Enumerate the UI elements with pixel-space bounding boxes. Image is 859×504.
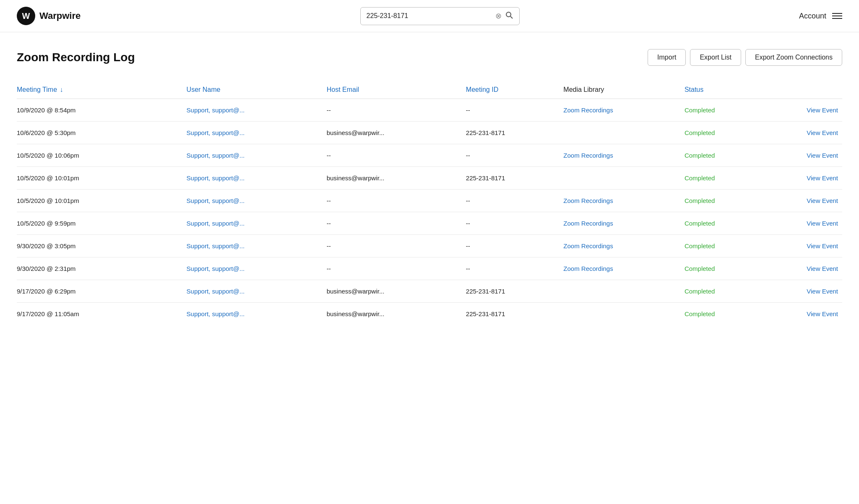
cell-meeting-time: 9/30/2020 @ 3:05pm bbox=[17, 235, 187, 257]
status-sort-link[interactable]: Status bbox=[685, 86, 703, 93]
cell-meeting-id: -- bbox=[466, 144, 563, 167]
cell-view-event: View Event bbox=[762, 167, 842, 190]
user-name-link[interactable]: Support, support@... bbox=[187, 220, 245, 227]
cell-meeting-time: 10/5/2020 @ 10:01pm bbox=[17, 167, 187, 190]
view-event-link[interactable]: View Event bbox=[807, 152, 838, 159]
page-title: Zoom Recording Log bbox=[17, 51, 135, 64]
view-event-link[interactable]: View Event bbox=[807, 107, 838, 114]
cell-host-email: -- bbox=[327, 190, 466, 212]
search-input[interactable] bbox=[367, 12, 492, 20]
cell-meeting-id: -- bbox=[466, 190, 563, 212]
media-library-link[interactable]: Zoom Recordings bbox=[563, 152, 613, 159]
cell-view-event: View Event bbox=[762, 190, 842, 212]
header-right: Account bbox=[799, 12, 842, 21]
col-status: Status bbox=[685, 81, 763, 99]
cell-media-library bbox=[563, 122, 685, 144]
cell-user-name: Support, support@... bbox=[187, 99, 327, 122]
logo-name: Warpwire bbox=[39, 10, 81, 21]
table-row: 10/9/2020 @ 8:54pmSupport, support@...--… bbox=[17, 99, 842, 122]
cell-user-name: Support, support@... bbox=[187, 167, 327, 190]
user-name-link[interactable]: Support, support@... bbox=[187, 174, 245, 182]
cell-media-library: Zoom Recordings bbox=[563, 235, 685, 257]
view-event-link[interactable]: View Event bbox=[807, 310, 838, 317]
action-buttons: Import Export List Export Zoom Connectio… bbox=[648, 49, 842, 66]
cell-user-name: Support, support@... bbox=[187, 280, 327, 303]
logo-area: W Warpwire bbox=[17, 7, 81, 25]
user-name-link[interactable]: Support, support@... bbox=[187, 197, 245, 204]
cell-status: Completed bbox=[685, 212, 763, 235]
cell-user-name: Support, support@... bbox=[187, 144, 327, 167]
view-event-link[interactable]: View Event bbox=[807, 197, 838, 204]
cell-status: Completed bbox=[685, 235, 763, 257]
media-library-link[interactable]: Zoom Recordings bbox=[563, 242, 613, 249]
user-name-link[interactable]: Support, support@... bbox=[187, 265, 245, 272]
page-header: Zoom Recording Log Import Export List Ex… bbox=[17, 49, 842, 66]
view-event-link[interactable]: View Event bbox=[807, 288, 838, 295]
table-row: 10/5/2020 @ 10:06pmSupport, support@...-… bbox=[17, 144, 842, 167]
table-header: Meeting Time ↓ User Name Host Email Meet… bbox=[17, 81, 842, 99]
user-name-link[interactable]: Support, support@... bbox=[187, 107, 245, 114]
cell-media-library: Zoom Recordings bbox=[563, 190, 685, 212]
view-event-link[interactable]: View Event bbox=[807, 174, 838, 182]
cell-media-library bbox=[563, 280, 685, 303]
cell-status: Completed bbox=[685, 144, 763, 167]
table-body: 10/9/2020 @ 8:54pmSupport, support@...--… bbox=[17, 99, 842, 325]
cell-view-event: View Event bbox=[762, 99, 842, 122]
meeting-id-sort-link[interactable]: Meeting ID bbox=[466, 86, 498, 93]
import-button[interactable]: Import bbox=[648, 49, 686, 66]
view-event-link[interactable]: View Event bbox=[807, 220, 838, 227]
menu-icon[interactable] bbox=[832, 13, 842, 19]
search-icon[interactable] bbox=[505, 11, 513, 21]
user-name-link[interactable]: Support, support@... bbox=[187, 242, 245, 249]
export-zoom-button[interactable]: Export Zoom Connections bbox=[745, 49, 842, 66]
table-row: 10/5/2020 @ 10:01pmSupport, support@...b… bbox=[17, 167, 842, 190]
user-name-link[interactable]: Support, support@... bbox=[187, 310, 245, 317]
cell-status: Completed bbox=[685, 257, 763, 280]
cell-host-email: business@warpwir... bbox=[327, 122, 466, 144]
svg-point-0 bbox=[506, 12, 511, 17]
view-event-link[interactable]: View Event bbox=[807, 265, 838, 272]
cell-meeting-id: -- bbox=[466, 257, 563, 280]
table-row: 10/5/2020 @ 9:59pmSupport, support@...--… bbox=[17, 212, 842, 235]
media-library-link[interactable]: Zoom Recordings bbox=[563, 265, 613, 272]
user-name-link[interactable]: Support, support@... bbox=[187, 288, 245, 295]
view-event-link[interactable]: View Event bbox=[807, 242, 838, 249]
cell-meeting-id: -- bbox=[466, 212, 563, 235]
export-list-button[interactable]: Export List bbox=[690, 49, 741, 66]
col-meeting-id: Meeting ID bbox=[466, 81, 563, 99]
cell-host-email: -- bbox=[327, 235, 466, 257]
cell-meeting-time: 10/5/2020 @ 9:59pm bbox=[17, 212, 187, 235]
cell-user-name: Support, support@... bbox=[187, 235, 327, 257]
cell-user-name: Support, support@... bbox=[187, 212, 327, 235]
col-host-email: Host Email bbox=[327, 81, 466, 99]
clear-search-icon[interactable]: ⊗ bbox=[495, 12, 502, 20]
media-library-link[interactable]: Zoom Recordings bbox=[563, 197, 613, 204]
recordings-table-wrapper: Meeting Time ↓ User Name Host Email Meet… bbox=[17, 81, 842, 325]
user-name-sort-link[interactable]: User Name bbox=[187, 86, 221, 93]
cell-host-email: -- bbox=[327, 99, 466, 122]
user-name-link[interactable]: Support, support@... bbox=[187, 152, 245, 159]
media-library-link[interactable]: Zoom Recordings bbox=[563, 220, 613, 227]
cell-status: Completed bbox=[685, 99, 763, 122]
cell-meeting-id: 225-231-8171 bbox=[466, 280, 563, 303]
user-name-link[interactable]: Support, support@... bbox=[187, 129, 245, 136]
table-row: 9/17/2020 @ 6:29pmSupport, support@...bu… bbox=[17, 280, 842, 303]
meeting-time-sort-link[interactable]: Meeting Time ↓ bbox=[17, 86, 63, 93]
cell-media-library: Zoom Recordings bbox=[563, 99, 685, 122]
cell-host-email: -- bbox=[327, 257, 466, 280]
cell-status: Completed bbox=[685, 167, 763, 190]
host-email-sort-link[interactable]: Host Email bbox=[327, 86, 359, 93]
cell-host-email: business@warpwir... bbox=[327, 167, 466, 190]
cell-meeting-id: -- bbox=[466, 99, 563, 122]
cell-meeting-id: 225-231-8171 bbox=[466, 122, 563, 144]
media-library-link[interactable]: Zoom Recordings bbox=[563, 107, 613, 114]
cell-view-event: View Event bbox=[762, 212, 842, 235]
cell-host-email: -- bbox=[327, 212, 466, 235]
sort-arrow: ↓ bbox=[60, 86, 63, 93]
cell-view-event: View Event bbox=[762, 235, 842, 257]
table-row: 9/30/2020 @ 2:31pmSupport, support@...--… bbox=[17, 257, 842, 280]
view-event-link[interactable]: View Event bbox=[807, 129, 838, 136]
cell-meeting-time: 10/9/2020 @ 8:54pm bbox=[17, 99, 187, 122]
cell-meeting-time: 10/5/2020 @ 10:06pm bbox=[17, 144, 187, 167]
svg-line-1 bbox=[510, 16, 513, 18]
